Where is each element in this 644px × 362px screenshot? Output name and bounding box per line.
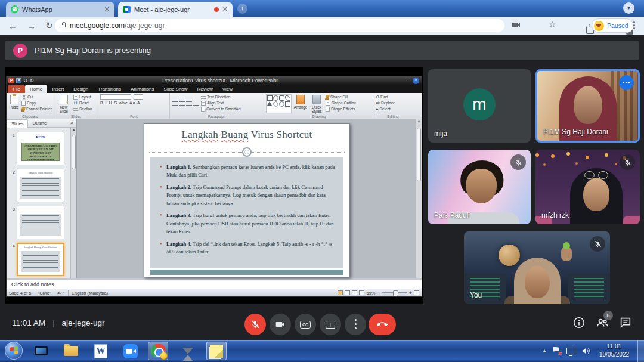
tile-options-button[interactable] bbox=[619, 75, 634, 90]
arrange-button[interactable]: Arrange bbox=[293, 94, 308, 113]
tab-design[interactable]: Design bbox=[69, 85, 93, 93]
taskbar-file-explorer[interactable] bbox=[61, 342, 81, 360]
taskbar-sticky-notes[interactable] bbox=[206, 342, 227, 360]
tile-pais-paduli[interactable]: Pais Paduli bbox=[428, 150, 531, 224]
align-text-button[interactable]: Align Text bbox=[201, 100, 240, 106]
slide-body-textbox[interactable]: Langkah 1. Sambungkan pemacu keras luara… bbox=[150, 157, 343, 268]
smartart-button[interactable]: Convert to SmartArt bbox=[201, 106, 240, 112]
slide-thumbnail-4-selected[interactable]: 4 Langkah Buang Virus Shortcut bbox=[9, 243, 75, 276]
format-painter-button[interactable]: Format Painter bbox=[21, 106, 52, 112]
select-button[interactable]: ▸Select bbox=[376, 106, 395, 112]
zoom-out-button[interactable]: − bbox=[377, 290, 380, 295]
bullets-icon[interactable] bbox=[172, 98, 178, 103]
tab-animations[interactable]: Animations bbox=[126, 85, 159, 93]
taskbar-chrome-active[interactable] bbox=[148, 342, 168, 360]
numbering-icon[interactable] bbox=[179, 98, 185, 103]
camera-in-use-icon[interactable] bbox=[512, 21, 521, 29]
align-right-icon[interactable] bbox=[186, 105, 192, 110]
participants-button[interactable]: 6 bbox=[595, 316, 609, 329]
taskbar-hourglass-app[interactable] bbox=[178, 342, 198, 360]
font-size-select[interactable] bbox=[134, 94, 143, 100]
taskbar-clock[interactable]: 11:01 10/05/2022 bbox=[593, 342, 636, 359]
shape-fill-button[interactable]: Shape Fill bbox=[326, 94, 356, 100]
panel-scrollbar[interactable]: ▲ bbox=[70, 128, 76, 278]
back-button[interactable]: ← bbox=[8, 21, 17, 31]
show-desktop-button[interactable] bbox=[637, 340, 644, 362]
shapes-gallery[interactable] bbox=[266, 94, 292, 113]
slideshow-view-button[interactable] bbox=[359, 290, 364, 295]
justify-icon[interactable] bbox=[193, 105, 199, 110]
mic-toggle-button-muted[interactable] bbox=[244, 314, 266, 335]
slide-thumbnail-2[interactable]: 2 Apakah Virus Shortcut bbox=[9, 169, 75, 202]
panel-tab-slides[interactable]: Slides bbox=[7, 119, 28, 128]
tab-slideshow[interactable]: Slide Show bbox=[159, 85, 193, 93]
volume-icon[interactable] bbox=[581, 347, 590, 355]
save-icon[interactable] bbox=[16, 78, 21, 83]
new-tab-button[interactable]: + bbox=[237, 4, 247, 14]
browser-menu-icon[interactable] bbox=[633, 21, 635, 30]
tab-search-chevron-icon[interactable]: ▾ bbox=[623, 2, 634, 14]
bookmark-star-icon[interactable]: ☆ bbox=[549, 20, 556, 29]
action-center-alert-icon[interactable] bbox=[553, 347, 561, 355]
undo-icon[interactable]: ↺ bbox=[23, 78, 28, 83]
tab-meet[interactable]: Meet - aje-jege-ugr ✕ bbox=[118, 2, 233, 17]
paste-button[interactable]: Paste bbox=[8, 94, 20, 113]
spellcheck-icon[interactable]: ab✓ bbox=[57, 290, 65, 295]
tab-view[interactable]: View bbox=[218, 85, 237, 93]
align-left-icon[interactable] bbox=[172, 105, 178, 110]
new-slide-button[interactable]: New Slide bbox=[56, 94, 72, 113]
quick-styles-button[interactable]: Quick Styles bbox=[309, 94, 324, 113]
tile-you[interactable]: You bbox=[464, 231, 610, 304]
network-display-icon[interactable] bbox=[566, 348, 575, 354]
meeting-details-button[interactable] bbox=[572, 316, 586, 329]
tray-expand-icon[interactable]: ▲ bbox=[542, 348, 547, 354]
normal-view-button[interactable] bbox=[338, 290, 343, 295]
more-options-button[interactable] bbox=[345, 314, 366, 335]
tile-pi1m-sg-haji-dorani[interactable]: PI1M Sg Haji Dorani bbox=[535, 69, 640, 143]
leave-call-button[interactable] bbox=[369, 314, 396, 335]
indent-icon[interactable] bbox=[186, 98, 192, 103]
slide-thumbnail-3[interactable]: 3 bbox=[9, 206, 75, 239]
language-indicator[interactable]: English (Malaysia) bbox=[72, 290, 108, 296]
lock-icon[interactable] bbox=[61, 24, 66, 27]
tab-file[interactable]: File bbox=[8, 85, 25, 93]
tab-close-icon[interactable]: ✕ bbox=[104, 5, 110, 13]
taskbar-word[interactable]: W bbox=[91, 342, 111, 360]
slide-sorter-view-button[interactable] bbox=[345, 290, 350, 295]
reading-view-button[interactable] bbox=[352, 290, 357, 295]
zoom-slider[interactable] bbox=[382, 292, 407, 293]
present-button[interactable]: ↑ bbox=[320, 314, 341, 335]
zoom-in-button[interactable]: + bbox=[409, 290, 412, 295]
text-direction-button[interactable]: Text Direction bbox=[201, 94, 240, 100]
slide-thumbnail-1[interactable]: 1 PEDi CARA MEMBUANG VIRUS SHORTCUT DALA… bbox=[9, 132, 75, 165]
section-button[interactable]: Section bbox=[73, 106, 92, 112]
panel-tab-outline[interactable]: Outline bbox=[28, 119, 51, 127]
tile-mija[interactable]: m mija bbox=[428, 69, 531, 143]
align-center-icon[interactable] bbox=[179, 105, 185, 110]
forward-button[interactable]: → bbox=[27, 21, 36, 31]
taskbar-remote-desktop[interactable] bbox=[31, 342, 51, 360]
find-button[interactable]: Find bbox=[376, 94, 395, 100]
slide-editor[interactable]: Langkah Buang Virus Shortcut Langkah 1. … bbox=[77, 119, 422, 278]
tab-whatsapp[interactable]: ☎ WhatsApp ✕ bbox=[6, 2, 114, 17]
cut-button[interactable]: Cut bbox=[21, 94, 52, 100]
profile-sync-paused-button[interactable]: Paused bbox=[592, 18, 634, 33]
chat-button[interactable] bbox=[619, 316, 632, 329]
notes-pane[interactable]: Click to add notes bbox=[7, 278, 422, 289]
tile-nrfzh-rzk[interactable]: nrfzh rzk bbox=[535, 150, 640, 224]
shared-screen-region[interactable]: P ↺ ↻ Presentation1-virus shortcut - Mic… bbox=[5, 67, 423, 305]
shape-outline-button[interactable]: Shape Outline bbox=[326, 100, 356, 106]
slide-canvas[interactable]: Langkah Buang Virus Shortcut Langkah 1. … bbox=[144, 123, 350, 277]
help-icon[interactable]: ? bbox=[413, 78, 419, 84]
start-button[interactable] bbox=[5, 342, 23, 360]
panel-close-icon[interactable]: ✕ bbox=[70, 120, 74, 126]
captions-button[interactable]: CC bbox=[295, 314, 316, 335]
ribbon-minimize-icon[interactable]: – bbox=[406, 78, 409, 83]
tab-close-icon[interactable]: ✕ bbox=[222, 5, 228, 13]
camera-toggle-button[interactable] bbox=[270, 314, 291, 335]
font-style-buttons[interactable]: B I U S abc Aa A bbox=[100, 101, 168, 105]
taskbar-zoom[interactable] bbox=[120, 342, 141, 360]
copy-button[interactable]: Copy bbox=[21, 100, 52, 106]
layout-button[interactable]: Layout bbox=[73, 94, 92, 100]
tab-review[interactable]: Review bbox=[193, 85, 218, 93]
